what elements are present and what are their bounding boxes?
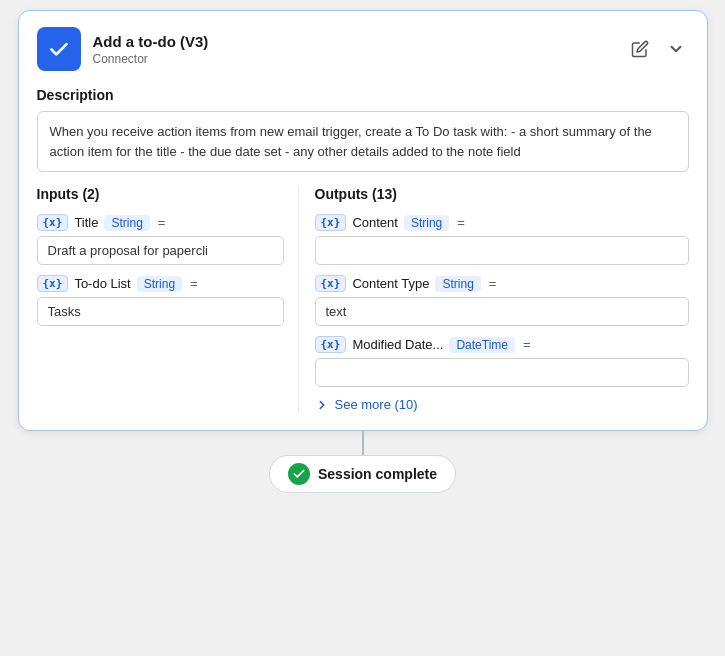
see-more-label: See more (10) xyxy=(335,397,418,412)
collapse-button[interactable] xyxy=(663,36,689,62)
svg-rect-0 xyxy=(46,36,72,62)
title-equals: = xyxy=(158,215,166,230)
edit-button[interactable] xyxy=(627,36,653,62)
content-type-badge: String xyxy=(404,215,449,231)
title-type-badge: String xyxy=(104,215,149,231)
title-label-row: {x} Title String = xyxy=(37,214,284,231)
inputs-panel-title: Inputs (2) xyxy=(37,186,284,202)
content-label-row: {x} Content String = xyxy=(315,214,689,231)
todolist-variable-badge: {x} xyxy=(37,275,69,292)
output-field-modifieddate: {x} Modified Date... DateTime = xyxy=(315,336,689,387)
description-section: Description When you receive action item… xyxy=(19,83,707,186)
todolist-type-badge: String xyxy=(137,276,182,292)
modifieddate-label-row: {x} Modified Date... DateTime = xyxy=(315,336,689,353)
inputs-panel: Inputs (2) {x} Title String = {x} To-do … xyxy=(37,186,299,412)
modifieddate-equals: = xyxy=(523,337,531,352)
todolist-field-name: To-do List xyxy=(74,276,130,291)
title-field-name: Title xyxy=(74,215,98,230)
connector-line xyxy=(362,431,364,455)
modifieddate-field-name: Modified Date... xyxy=(352,337,443,352)
card-title: Add a to-do (V3) xyxy=(93,33,615,50)
see-more-button[interactable]: See more (10) xyxy=(315,397,689,412)
content-equals: = xyxy=(457,215,465,230)
content-variable-badge: {x} xyxy=(315,214,347,231)
description-text: When you receive action items from new e… xyxy=(37,111,689,172)
connector-icon xyxy=(37,27,81,71)
content-input[interactable] xyxy=(315,236,689,265)
todolist-equals: = xyxy=(190,276,198,291)
outputs-panel-title: Outputs (13) xyxy=(315,186,689,202)
session-badge: Session complete xyxy=(269,455,456,493)
header-text: Add a to-do (V3) Connector xyxy=(93,33,615,66)
modifieddate-variable-badge: {x} xyxy=(315,336,347,353)
connector-card: Add a to-do (V3) Connector Description W… xyxy=(18,10,708,431)
contenttype-type-badge: String xyxy=(435,276,480,292)
output-field-contenttype: {x} Content Type String = xyxy=(315,275,689,326)
card-subtitle: Connector xyxy=(93,52,615,66)
input-field-todolist: {x} To-do List String = xyxy=(37,275,284,326)
title-variable-badge: {x} xyxy=(37,214,69,231)
contenttype-field-name: Content Type xyxy=(352,276,429,291)
modifieddate-input[interactable] xyxy=(315,358,689,387)
io-section: Inputs (2) {x} Title String = {x} To-do … xyxy=(19,186,707,430)
contenttype-variable-badge: {x} xyxy=(315,275,347,292)
todolist-label-row: {x} To-do List String = xyxy=(37,275,284,292)
contenttype-label-row: {x} Content Type String = xyxy=(315,275,689,292)
session-check-icon xyxy=(288,463,310,485)
description-label: Description xyxy=(37,87,689,103)
contenttype-equals: = xyxy=(489,276,497,291)
todolist-input[interactable] xyxy=(37,297,284,326)
card-header: Add a to-do (V3) Connector xyxy=(19,11,707,83)
content-field-name: Content xyxy=(352,215,398,230)
header-actions xyxy=(627,36,689,62)
title-input[interactable] xyxy=(37,236,284,265)
input-field-title: {x} Title String = xyxy=(37,214,284,265)
outputs-panel: Outputs (13) {x} Content String = {x} Co… xyxy=(299,186,689,412)
modifieddate-type-badge: DateTime xyxy=(449,337,515,353)
session-label: Session complete xyxy=(318,466,437,482)
output-field-content: {x} Content String = xyxy=(315,214,689,265)
contenttype-input[interactable] xyxy=(315,297,689,326)
